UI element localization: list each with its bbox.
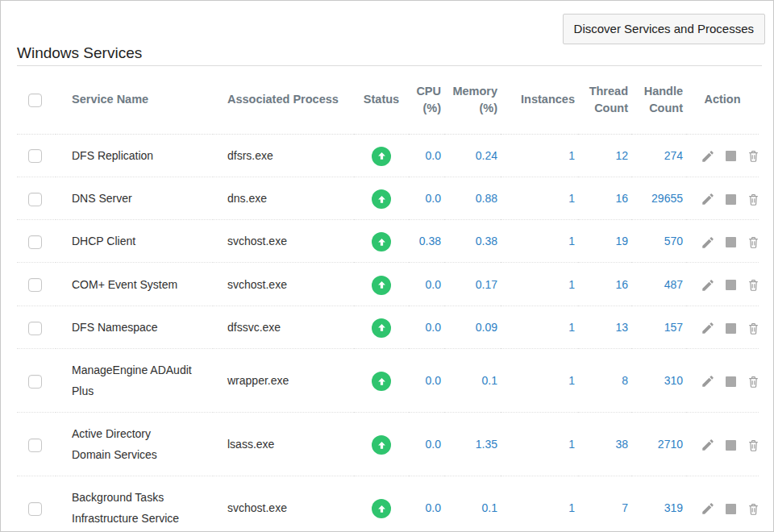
col-header-instances: Instances [501, 66, 578, 134]
delete-trash-icon[interactable] [747, 375, 760, 389]
thread-count-value: 12 [578, 134, 631, 177]
row-select-cell [17, 476, 56, 532]
handle-count-value: 487 [631, 263, 686, 305]
edit-pencil-icon[interactable] [701, 235, 715, 250]
delete-trash-icon[interactable] [747, 149, 760, 163]
service-name: DFS Namespace [72, 317, 193, 338]
status-up-icon [372, 147, 391, 166]
memory-value: 0.38 [444, 220, 501, 263]
status-cell [354, 412, 409, 476]
windows-services-panel: Discover Services and Processes Windows … [0, 0, 774, 532]
delete-trash-icon[interactable] [747, 502, 760, 516]
thread-count-value: 7 [578, 476, 631, 532]
status-cell [354, 476, 409, 532]
cpu-value: 0.0 [409, 177, 444, 219]
memory-value: 0.88 [444, 177, 501, 219]
handle-count-value: 319 [631, 476, 686, 532]
cpu-value: 0.0 [409, 263, 444, 305]
action-cell [686, 263, 759, 305]
instances-value: 1 [501, 476, 578, 532]
service-name-cell: ManageEngine ADAudit Plus [56, 348, 213, 412]
action-cell [686, 177, 759, 219]
col-header-thread-count: Thread Count [578, 66, 631, 134]
delete-trash-icon[interactable] [747, 193, 760, 206]
row-checkbox[interactable] [28, 193, 42, 206]
service-name: DFS Replication [72, 145, 193, 166]
discover-services-button[interactable]: Discover Services and Processes [563, 14, 765, 44]
thread-count-value: 8 [578, 348, 631, 412]
status-up-icon [372, 372, 391, 391]
service-name: DNS Server [72, 188, 193, 209]
row-checkbox[interactable] [28, 149, 42, 163]
stop-square-icon[interactable] [726, 504, 736, 514]
action-cell [686, 412, 759, 476]
row-checkbox[interactable] [28, 322, 42, 335]
stop-square-icon[interactable] [726, 280, 736, 290]
instances-value: 1 [501, 305, 578, 348]
row-checkbox[interactable] [28, 502, 42, 516]
edit-pencil-icon[interactable] [701, 278, 715, 293]
memory-value: 0.09 [444, 305, 501, 348]
cpu-value: 0.0 [409, 348, 444, 412]
select-all-checkbox[interactable] [28, 94, 42, 107]
instances-value: 1 [501, 412, 578, 476]
col-header-status: Status [354, 66, 409, 134]
instances-value: 1 [501, 134, 578, 177]
row-select-cell [17, 177, 56, 219]
memory-value: 0.1 [444, 476, 501, 532]
status-cell [354, 305, 409, 348]
edit-pencil-icon[interactable] [701, 321, 715, 335]
delete-trash-icon[interactable] [747, 322, 760, 335]
edit-pencil-icon[interactable] [701, 501, 715, 516]
table-row: Active Directory Domain Services lsass.e… [17, 412, 759, 476]
stop-square-icon[interactable] [726, 237, 736, 247]
memory-value: 0.17 [444, 263, 501, 305]
stop-square-icon[interactable] [726, 376, 736, 387]
row-checkbox[interactable] [28, 278, 42, 292]
cpu-value: 0.0 [409, 134, 444, 177]
thread-count-value: 16 [578, 177, 631, 219]
handle-count-value: 157 [631, 305, 686, 348]
associated-process: dns.exe [213, 177, 354, 219]
associated-process: svchost.exe [213, 476, 354, 532]
stop-square-icon[interactable] [726, 194, 736, 205]
cpu-value: 0.38 [409, 220, 444, 263]
associated-process: wrapper.exe [213, 348, 354, 412]
memory-value: 0.1 [444, 348, 501, 412]
row-checkbox[interactable] [28, 235, 42, 249]
delete-trash-icon[interactable] [747, 438, 760, 452]
table-row: COM+ Event System svchost.exe 0.0 0.17 1… [17, 263, 759, 305]
cpu-value: 0.0 [409, 476, 444, 532]
action-cell [686, 476, 759, 532]
action-cell [686, 134, 759, 177]
instances-value: 1 [501, 177, 578, 219]
edit-pencil-icon[interactable] [701, 374, 715, 389]
row-select-cell [17, 305, 56, 348]
thread-count-value: 16 [578, 263, 631, 305]
service-name-cell: COM+ Event System [56, 263, 213, 305]
stop-square-icon[interactable] [726, 151, 736, 161]
delete-trash-icon[interactable] [747, 235, 760, 249]
page-title: Windows Services [17, 44, 762, 66]
col-header-action: Action [686, 66, 759, 134]
associated-process: svchost.exe [213, 220, 354, 263]
edit-pencil-icon[interactable] [701, 438, 715, 452]
row-select-cell [17, 348, 56, 412]
thread-count-value: 38 [578, 412, 631, 476]
status-cell [354, 220, 409, 263]
service-name-cell: Active Directory Domain Services [56, 412, 213, 476]
delete-trash-icon[interactable] [747, 278, 760, 292]
row-checkbox[interactable] [28, 438, 42, 452]
service-name-cell: DNS Server [56, 177, 213, 219]
row-select-cell [17, 134, 56, 177]
col-header-service-name: Service Name [56, 66, 213, 134]
action-cell [686, 305, 759, 348]
stop-square-icon[interactable] [726, 323, 736, 334]
stop-square-icon[interactable] [726, 440, 736, 451]
edit-pencil-icon[interactable] [701, 192, 715, 206]
handle-count-value: 570 [631, 220, 686, 263]
edit-pencil-icon[interactable] [701, 149, 715, 164]
col-header-associated-process: Associated Process [213, 66, 354, 134]
row-checkbox[interactable] [28, 375, 42, 389]
table-row: Background Tasks Infrastructure Service … [17, 476, 759, 532]
